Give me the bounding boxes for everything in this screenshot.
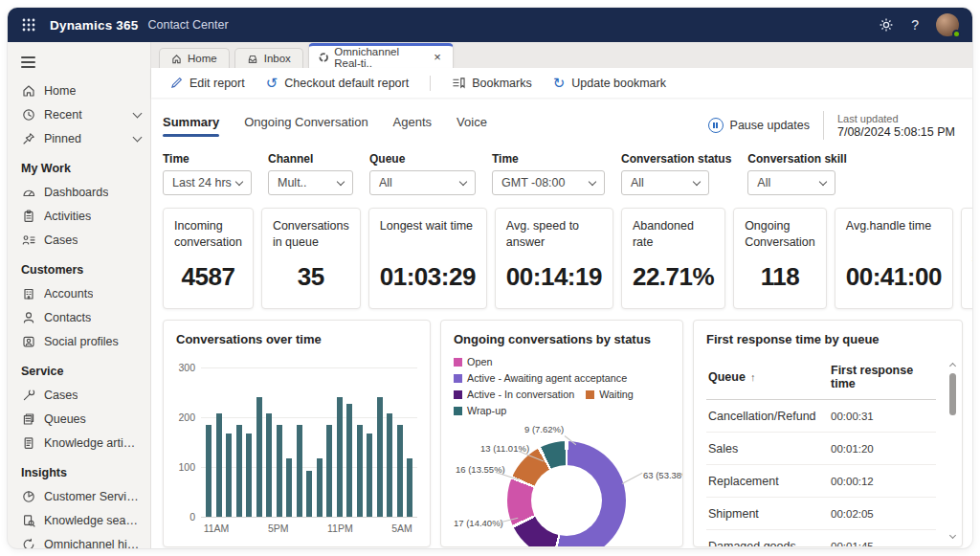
bookmarks-icon bbox=[452, 77, 465, 89]
scroll-down-icon[interactable] bbox=[948, 532, 957, 541]
bar[interactable] bbox=[377, 397, 383, 517]
sidebar-item-cases[interactable]: Cases bbox=[8, 228, 150, 252]
bar[interactable] bbox=[206, 425, 212, 517]
scroll-up-icon[interactable] bbox=[948, 361, 957, 369]
bar[interactable] bbox=[346, 404, 352, 517]
legend-item[interactable]: Active - In conversation bbox=[454, 389, 574, 400]
bar[interactable] bbox=[216, 413, 222, 517]
legend-label: Active - In conversation bbox=[467, 389, 574, 400]
pause-updates-button[interactable]: Pause updates bbox=[708, 118, 810, 133]
sidebar-item-contacts[interactable]: Contacts bbox=[8, 305, 150, 329]
filter-timezone: Time GMT -08:00 bbox=[492, 152, 605, 195]
bar[interactable] bbox=[367, 434, 372, 517]
bar[interactable] bbox=[337, 397, 343, 517]
chevron-down-icon[interactable] bbox=[133, 108, 143, 118]
scrollbar-thumb[interactable] bbox=[949, 373, 956, 415]
tab-voice[interactable]: Voice bbox=[457, 115, 487, 137]
tab-ongoing-conversation[interactable]: Ongoing Conversation bbox=[244, 115, 368, 137]
bookmarks-button[interactable]: Bookmarks bbox=[452, 77, 532, 90]
slice-label: 9 (7.62%) bbox=[524, 424, 564, 434]
chevron-down-icon[interactable] bbox=[133, 132, 143, 142]
waffle-menu-icon[interactable] bbox=[21, 17, 36, 33]
bar[interactable] bbox=[317, 458, 323, 517]
close-tab-icon[interactable]: × bbox=[432, 50, 443, 64]
kpi-avg-handle-time: Avg.handle time00:41:00 bbox=[835, 208, 953, 309]
queue-dropdown[interactable]: All bbox=[369, 170, 476, 195]
hamburger-menu-icon[interactable] bbox=[8, 50, 150, 78]
update-bookmark-button[interactable]: ↻ Update bookmark bbox=[553, 76, 666, 90]
bar[interactable] bbox=[326, 425, 332, 517]
bar[interactable] bbox=[266, 413, 272, 517]
edit-report-button[interactable]: Edit report bbox=[170, 77, 245, 90]
time-range-dropdown[interactable]: Last 24 hrs bbox=[163, 170, 252, 195]
help-icon[interactable]: ? bbox=[911, 17, 919, 33]
sidebar-item-queues[interactable]: Queues bbox=[8, 407, 150, 431]
sidebar-item-recent[interactable]: Recent bbox=[8, 102, 150, 126]
sidebar-item-social-profiles[interactable]: Social profiles bbox=[8, 329, 150, 353]
sidebar-item-accounts[interactable]: Accounts bbox=[8, 281, 150, 305]
bar-chart-bars bbox=[201, 367, 417, 517]
donut-chart[interactable] bbox=[507, 441, 626, 547]
stacked-pages-icon bbox=[21, 411, 35, 426]
legend-item[interactable]: Active - Awaiting agent acceptance bbox=[454, 372, 627, 384]
pin-icon bbox=[21, 131, 35, 145]
bar[interactable] bbox=[226, 434, 232, 517]
sidebar-item-knowledge-search[interactable]: Knowledge search an.. bbox=[8, 508, 150, 532]
sidebar-item-home[interactable]: Home bbox=[8, 78, 150, 102]
legend-label: Open bbox=[467, 356, 492, 367]
chart-title: Conversations over time bbox=[176, 332, 417, 346]
timezone-dropdown[interactable]: GMT -08:00 bbox=[492, 170, 605, 195]
report-content: Summary Ongoing Conversation Agents Voic… bbox=[151, 98, 972, 548]
sidebar-item-activities[interactable]: Activities bbox=[8, 204, 150, 228]
sidebar-item-knowledge-articles[interactable]: Knowledge articles bbox=[8, 431, 150, 455]
sidebar-item-dashboards[interactable]: Dashboards bbox=[8, 180, 150, 204]
queue-table: Queue ↑ First response time Cancellation… bbox=[706, 356, 936, 547]
kpi-longest-wait-time: Longest wait time01:03:29 bbox=[368, 208, 487, 309]
kpi-ongoing-conversation: Ongoing Conversation118 bbox=[733, 208, 827, 309]
tab-inbox[interactable]: Inbox bbox=[234, 48, 303, 68]
bar[interactable] bbox=[397, 425, 403, 517]
sidebar-item-customer-service-historical[interactable]: Customer Service his... bbox=[8, 484, 150, 508]
tab-omnichannel-realtime[interactable]: Omnichannel Real-ti.. × bbox=[308, 43, 454, 68]
donut-hole bbox=[531, 465, 602, 536]
wrench-icon bbox=[21, 388, 35, 402]
bar[interactable] bbox=[256, 397, 262, 517]
column-first-response-time[interactable]: First response time bbox=[831, 364, 934, 390]
conversation-status-dropdown[interactable]: All bbox=[621, 170, 709, 195]
legend-item[interactable]: Waiting bbox=[586, 389, 634, 400]
checkout-default-report-button[interactable]: ↺ Checkout default report bbox=[266, 76, 410, 90]
sidebar-item-service-cases[interactable]: Cases bbox=[8, 383, 150, 407]
settings-gear-icon[interactable] bbox=[879, 17, 894, 33]
bar[interactable] bbox=[357, 425, 363, 517]
kpi-conversations-in-queue: Conversations in queue35 bbox=[261, 208, 361, 309]
avatar[interactable] bbox=[936, 13, 959, 36]
bar[interactable] bbox=[246, 434, 252, 517]
sidebar-item-pinned[interactable]: Pinned bbox=[8, 126, 150, 150]
bar[interactable] bbox=[407, 458, 412, 517]
column-queue[interactable]: Queue ↑ bbox=[708, 370, 831, 384]
bar[interactable] bbox=[306, 471, 312, 517]
sidebar-item-omnichannel-historical[interactable]: Omnichannel histori... bbox=[8, 532, 150, 548]
bar[interactable] bbox=[236, 425, 242, 517]
tab-home[interactable]: Home bbox=[159, 48, 230, 68]
show-more-link[interactable]: Show more bbox=[176, 545, 236, 547]
legend-swatch bbox=[586, 390, 594, 399]
person-icon bbox=[21, 310, 35, 324]
conversation-skill-dropdown[interactable]: All bbox=[747, 170, 835, 195]
bar[interactable] bbox=[277, 425, 282, 517]
channel-dropdown[interactable]: Mult.. bbox=[268, 170, 353, 195]
bar[interactable] bbox=[286, 458, 292, 517]
bar[interactable] bbox=[297, 425, 302, 517]
table-scrollbar[interactable] bbox=[947, 361, 958, 541]
kpi-incoming-conversation: Incoming conversation4587 bbox=[163, 208, 254, 309]
bar-chart-xticks: 11AM5PM11PM5AM bbox=[201, 521, 417, 536]
page-search-icon bbox=[21, 513, 35, 527]
legend-item[interactable]: Wrap-up bbox=[454, 405, 506, 416]
kpi-abandoned-rate: Abandoned rate22.71% bbox=[621, 208, 725, 309]
tab-agents[interactable]: Agents bbox=[393, 115, 432, 137]
legend-item[interactable]: Open bbox=[454, 356, 492, 367]
table-header: Queue ↑ First response time bbox=[706, 356, 936, 400]
bar[interactable] bbox=[387, 413, 392, 517]
donut-legend: OpenActive - Awaiting agent acceptanceAc… bbox=[454, 356, 670, 416]
tab-summary[interactable]: Summary bbox=[163, 115, 219, 137]
